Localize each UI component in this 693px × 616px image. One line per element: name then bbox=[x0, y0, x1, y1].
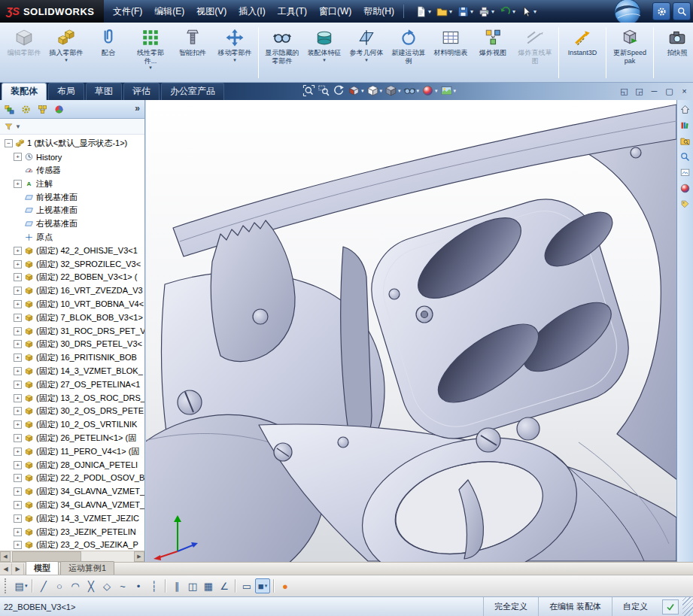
tree-item[interactable]: + (固定) 27_OS_PETELINA<1 bbox=[0, 378, 144, 391]
menu-item[interactable]: 编辑(E) bbox=[148, 0, 190, 23]
smart-dimension-icon[interactable]: ∠ bbox=[217, 578, 232, 593]
dropdown-arrow-icon[interactable]: ▾ bbox=[533, 8, 536, 15]
view-orientation-icon[interactable]: ▾ bbox=[366, 84, 383, 97]
point-tool-icon[interactable]: • bbox=[131, 578, 146, 593]
bill-of-materials-button[interactable]: 材料明细表 bbox=[430, 25, 471, 80]
tree-item[interactable]: + (固定) 42_2_OHISJE_V3<1 bbox=[0, 244, 144, 257]
undo-button[interactable]: ▾ bbox=[497, 5, 517, 19]
tree-item[interactable]: + (固定) 22_BOBEN_V3<1> ( bbox=[0, 271, 144, 284]
toolbar-separator[interactable] bbox=[235, 579, 236, 593]
window-tile-button[interactable]: ◱ bbox=[619, 85, 629, 97]
tree-item[interactable]: + (固定) 16_PRITISNIK_BOB bbox=[0, 351, 144, 365]
expander-icon[interactable]: + bbox=[14, 287, 22, 295]
offset-entities-icon[interactable]: ∥ bbox=[169, 578, 184, 593]
tree-item[interactable]: + (固定) 23_JEZIK_PETELIN bbox=[0, 525, 144, 539]
resize-grip[interactable] bbox=[682, 597, 693, 616]
trim-entities-icon[interactable]: ╳ bbox=[84, 578, 99, 593]
filter-icon[interactable] bbox=[4, 122, 14, 132]
line-tool-icon[interactable]: ╱ bbox=[36, 578, 51, 593]
search-icon[interactable] bbox=[679, 151, 691, 162]
dropdown-arrow-icon[interactable]: ▾ bbox=[512, 8, 515, 15]
expander-icon[interactable]: + bbox=[14, 367, 22, 375]
tree-item[interactable]: + (固定) 23_2_OS_JEZIKA_P bbox=[0, 539, 144, 551]
menu-item[interactable]: 文件(F) bbox=[107, 0, 148, 23]
ribbon-separator[interactable] bbox=[606, 27, 606, 78]
tree-item[interactable]: + History bbox=[0, 150, 144, 164]
dropdown-arrow-icon[interactable]: ▾ bbox=[149, 65, 152, 71]
expander-icon[interactable]: + bbox=[14, 327, 22, 335]
expander-icon[interactable]: + bbox=[14, 340, 22, 348]
tree-item[interactable]: + (固定) 13_2_OS_ROC_DRS_ bbox=[0, 391, 144, 405]
tree-item[interactable]: + 注解 bbox=[0, 177, 144, 190]
expander-icon[interactable]: + bbox=[14, 448, 22, 456]
tree-item[interactable]: + (固定) 22_2_PODL_OSOV_B bbox=[0, 472, 144, 485]
dropdown-arrow-icon[interactable]: ▾ bbox=[361, 88, 364, 94]
tree-item[interactable]: 传感器 bbox=[0, 164, 144, 178]
spline-tool-icon[interactable]: ~ bbox=[115, 578, 130, 593]
graphics-area[interactable] bbox=[146, 100, 676, 562]
model-tab[interactable]: 运动算例1 bbox=[60, 561, 114, 575]
move-component-button[interactable]: 移动零部件 ▾ bbox=[214, 25, 255, 80]
dropdown-arrow-icon[interactable]: ▾ bbox=[380, 88, 383, 94]
model-tabs-scroll-right-button[interactable]: ▶ bbox=[12, 563, 24, 575]
window-cascade-button[interactable]: ◲ bbox=[634, 85, 644, 97]
expander-icon[interactable]: − bbox=[5, 139, 13, 147]
dropdown-arrow-icon[interactable]: ▾ bbox=[65, 57, 68, 63]
expander-icon[interactable]: + bbox=[14, 487, 22, 496]
expander-icon[interactable]: + bbox=[14, 461, 22, 469]
tree-item[interactable]: + (固定) 34_GLAVNA_VZMET_ bbox=[0, 499, 144, 512]
model-tabs-scroll-left-button[interactable]: ◀ bbox=[0, 563, 12, 575]
tree-item[interactable]: + (固定) 28_OJNICA_PETELI bbox=[0, 458, 144, 472]
edit-component-button[interactable]: 编辑零部件 bbox=[4, 25, 44, 80]
dropdown-arrow-icon[interactable]: ▾ bbox=[491, 8, 494, 15]
design-library-icon[interactable] bbox=[679, 120, 691, 131]
tree-item[interactable]: + (固定) 14_3_VZMET_BLOK_ bbox=[0, 365, 144, 378]
wireframe-display-icon[interactable]: ▭ bbox=[239, 578, 254, 593]
tree-item[interactable]: 上视基准面 bbox=[0, 204, 144, 217]
explode-line-sketch-button[interactable]: 爆炸直线草图 bbox=[515, 25, 555, 80]
commandmanager-tab[interactable]: 办公室产品 bbox=[161, 83, 224, 100]
dropdown-arrow-icon[interactable]: ▾ bbox=[454, 88, 457, 94]
expander-icon[interactable]: + bbox=[14, 501, 22, 509]
dropdown-arrow-icon[interactable]: ▾ bbox=[435, 88, 438, 94]
configurationmanager-tab-icon[interactable] bbox=[37, 104, 48, 115]
appearances-scenes-icon[interactable] bbox=[679, 183, 691, 194]
take-snapshot-button[interactable]: 拍快照 bbox=[657, 25, 693, 80]
toolbar-separator[interactable] bbox=[165, 579, 166, 593]
window-restore-button[interactable]: ▢ bbox=[664, 85, 674, 97]
hide-show-items-icon[interactable]: ▾ bbox=[403, 84, 420, 97]
scroll-right-button[interactable]: ▶ bbox=[134, 551, 144, 562]
solidworks-resources-icon[interactable] bbox=[679, 104, 691, 115]
dropdown-arrow-icon[interactable]: ▾ bbox=[365, 57, 368, 63]
commandmanager-tab[interactable]: 评估 bbox=[123, 83, 160, 100]
polygon-tool-icon[interactable]: ◇ bbox=[99, 578, 114, 593]
dropdown-arrow-icon[interactable]: ▾ bbox=[323, 57, 326, 63]
expander-icon[interactable]: + bbox=[14, 541, 22, 549]
expander-icon[interactable]: + bbox=[14, 314, 22, 322]
dropdown-arrow-icon[interactable]: ▾ bbox=[265, 583, 268, 589]
search-button[interactable] bbox=[673, 2, 691, 20]
zoom-area-icon[interactable] bbox=[318, 84, 330, 97]
toolbar-drag-handle[interactable] bbox=[5, 578, 10, 593]
tree-item[interactable]: − 1 (默认<默认_显示状态-1>) bbox=[0, 137, 144, 150]
tree-item[interactable]: + (固定) 32_SPROZILEC_V3< bbox=[0, 257, 144, 271]
featuremanager-tab-icon[interactable] bbox=[4, 104, 15, 115]
print-button[interactable]: ▾ bbox=[476, 5, 496, 19]
menu-item[interactable]: 工具(T) bbox=[272, 0, 313, 23]
open-document-button[interactable]: ▾ bbox=[434, 5, 454, 19]
dropdown-arrow-icon[interactable]: ▾ bbox=[417, 88, 420, 94]
expander-icon[interactable]: + bbox=[14, 273, 22, 281]
mirror-entities-icon[interactable]: ◫ bbox=[185, 578, 200, 593]
panel-flyout-chevron[interactable]: » bbox=[135, 103, 140, 114]
assembly-features-button[interactable]: 装配体特征 ▾ bbox=[304, 25, 345, 80]
model-tab[interactable]: 模型 bbox=[26, 561, 59, 575]
smart-fasteners-button[interactable]: 智能扣件 bbox=[172, 25, 213, 80]
reference-geometry-button[interactable]: 参考几何体 ▾ bbox=[346, 25, 387, 80]
tree-item[interactable]: + (固定) 10_VRT_BOBNA_V4< bbox=[0, 298, 144, 311]
dropdown-arrow-icon[interactable]: ▾ bbox=[449, 8, 452, 15]
ribbon-separator[interactable] bbox=[258, 27, 259, 78]
circle-tool-icon[interactable]: ○ bbox=[52, 578, 67, 593]
tree-item[interactable]: + (固定) 16_VRT_ZVEZDA_V3 bbox=[0, 284, 144, 298]
expander-icon[interactable]: + bbox=[14, 474, 22, 482]
new-document-button[interactable]: ▾ bbox=[413, 5, 433, 19]
